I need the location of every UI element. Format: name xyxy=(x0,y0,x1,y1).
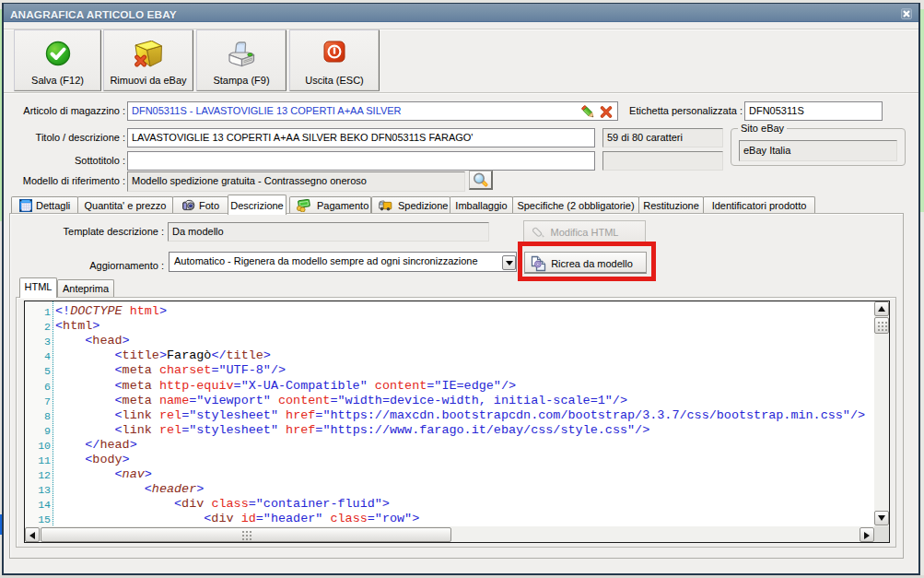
search-model-button[interactable] xyxy=(469,171,493,190)
edit-pencil-icon[interactable] xyxy=(581,105,596,120)
tab-dettagli-label: Dettagli xyxy=(36,200,77,211)
editor-hscrollbar[interactable] xyxy=(25,526,875,542)
tab-foto-label: Foto xyxy=(199,200,228,211)
annotation-highlight-rectangle xyxy=(518,242,656,281)
code-text: <link rel="stylesheet" href="https://max… xyxy=(55,408,865,423)
code-text: <!DOCTYPE html> xyxy=(55,304,167,319)
articolo-label: Articolo di magazzino : xyxy=(4,105,125,116)
arrow-down-icon xyxy=(878,515,885,521)
code-text: <meta charset="UTF-8"/> xyxy=(55,363,286,378)
code-line: 5 <meta charset="UTF-8"/> xyxy=(25,363,889,379)
grip-dots-h xyxy=(242,531,251,540)
code-line: 6 <meta http-equiv="X-UA-Compatible" con… xyxy=(25,379,889,395)
line-number: 15 xyxy=(25,513,51,527)
subtab-anteprima-label: Anteprima xyxy=(58,283,113,294)
tab-restituzione-label: Restituzione xyxy=(639,200,703,211)
sottotitolo-info-box xyxy=(602,151,723,171)
code-text: <div id="header" class="row"> xyxy=(55,512,419,526)
etichetta-field[interactable]: DFN05311S xyxy=(744,101,883,121)
code-text: <head> xyxy=(55,334,130,348)
tab-foto[interactable]: Foto xyxy=(172,196,228,214)
titlebar[interactable]: ANAGRAFICA ARTICOLO EBAY xyxy=(4,4,918,22)
code-line: 13 <header> xyxy=(25,482,889,498)
save-button[interactable]: Salva (F12) xyxy=(14,29,101,91)
tab-pagamento[interactable]: Pagamento xyxy=(289,196,371,214)
hscroll-thumb[interactable] xyxy=(41,527,451,542)
line-number: 12 xyxy=(25,468,51,483)
editor-vscrollbar[interactable] xyxy=(874,301,889,527)
tab-descrizione[interactable]: Descrizione xyxy=(228,195,287,215)
code-line: 12 <nav> xyxy=(25,467,889,483)
subtab-anteprima[interactable]: Anteprima xyxy=(57,279,114,297)
scroll-down-button[interactable] xyxy=(874,511,889,525)
line-number: 9 xyxy=(25,424,51,439)
line-number: 14 xyxy=(25,498,51,513)
line-number: 2 xyxy=(25,320,51,335)
tab-imballaggio-label: Imballaggio xyxy=(450,200,512,211)
vscroll-thumb[interactable] xyxy=(874,317,889,334)
combo-dropdown-button[interactable] xyxy=(502,255,516,270)
line-number: 8 xyxy=(25,409,51,424)
code-text: <nav> xyxy=(55,467,152,482)
code-text: <html> xyxy=(55,319,99,334)
code-line: 11 <body> xyxy=(25,453,889,468)
line-number: 3 xyxy=(25,335,51,349)
tab-specifiche[interactable]: Specifiche (2 obbligatorie) xyxy=(512,196,639,214)
save-check-icon xyxy=(45,41,71,66)
code-line: 8 <link rel="stylesheet" href="https://m… xyxy=(25,408,889,424)
tab-identificatori-label: Identificatori prodotto xyxy=(704,200,814,211)
code-line: 10 </head> xyxy=(25,438,889,454)
code-text: <header> xyxy=(55,482,204,497)
line-number: 10 xyxy=(25,439,51,454)
tab-quantita-prezzo[interactable]: Quantita' e prezzo xyxy=(77,196,173,214)
tab-imballaggio[interactable]: Imballaggio xyxy=(450,196,513,214)
print-button-label: Stampa (F9) xyxy=(197,75,286,86)
tab-dettagli[interactable]: Dettagli xyxy=(11,196,78,214)
sottotitolo-label: Sottotitolo : xyxy=(4,155,125,166)
scroll-right-button[interactable] xyxy=(860,527,874,542)
code-text: <link rel="stylesheet" href="https://www… xyxy=(55,423,649,438)
line-number: 1 xyxy=(25,305,51,320)
tab-spedizione-label: Spedizione xyxy=(398,200,450,211)
exit-button-label: Uscita (ESC) xyxy=(290,75,379,86)
toolbar-bottom-edge xyxy=(4,92,918,93)
line-number: 13 xyxy=(25,483,51,498)
aggiornamento-combobox[interactable]: Automatico - Rigenera da modello sempre … xyxy=(169,252,517,272)
code-text: <meta http-equiv="X-UA-Compatible" conte… xyxy=(55,379,516,394)
close-button[interactable] xyxy=(901,8,912,19)
code-line: 4 <title>Faragò</title> xyxy=(25,348,889,364)
line-number: 7 xyxy=(25,395,51,409)
scroll-up-button[interactable] xyxy=(874,301,889,316)
html-code-editor[interactable]: 1<!DOCTYPE html>2<html>3 <head>4 <title>… xyxy=(24,301,890,543)
modifica-html-label: Modifica HTML xyxy=(524,227,645,238)
code-line: 14 <div class="container-fluid"> xyxy=(25,497,889,513)
code-line: 9 <link rel="stylesheet" href="https://w… xyxy=(25,423,889,439)
scrollbar-corner xyxy=(874,526,889,542)
scroll-left-button[interactable] xyxy=(25,527,40,542)
code-text: </head> xyxy=(55,438,137,453)
subtab-html-label: HTML xyxy=(20,281,56,292)
close-icon xyxy=(903,10,910,18)
code-text: <meta name="viewport" content="width=dev… xyxy=(55,394,627,408)
search-icon xyxy=(473,172,489,188)
tab-quantita-label: Quantita' e prezzo xyxy=(78,200,172,211)
arrow-up-icon xyxy=(878,306,885,312)
tab-descrizione-label: Descrizione xyxy=(228,200,286,211)
printer-icon xyxy=(226,41,257,69)
window-title: ANAGRAFICA ARTICOLO EBAY xyxy=(10,8,177,21)
arrow-left-icon xyxy=(29,532,35,539)
remove-from-ebay-button[interactable]: Rimuovi da eBay xyxy=(103,29,193,91)
exit-button[interactable]: Uscita (ESC) xyxy=(289,29,380,91)
tab-spedizione[interactable]: Spedizione xyxy=(371,196,450,214)
sottotitolo-field[interactable] xyxy=(127,151,595,171)
tab-restituzione[interactable]: Restituzione xyxy=(638,196,704,214)
titolo-field[interactable]: LAVASTOVIGLIE 13 COPERTI A+AA SILVER BEK… xyxy=(127,128,595,147)
print-button[interactable]: Stampa (F9) xyxy=(196,29,287,91)
clear-article-icon[interactable] xyxy=(600,106,613,118)
char-count-box: 59 di 80 caratteri xyxy=(602,128,723,147)
tab-identificatori[interactable]: Identificatori prodotto xyxy=(703,196,815,214)
aggiornamento-value: Automatico - Rigenera da modello sempre … xyxy=(174,255,478,266)
modello-field: Modello spedizione gratuita - Contrasseg… xyxy=(127,171,465,192)
subtab-html[interactable]: HTML xyxy=(19,277,57,298)
articolo-field[interactable]: DFN05311S - LAVASTOVIGLIE 13 COPERTI A+A… xyxy=(127,101,618,121)
